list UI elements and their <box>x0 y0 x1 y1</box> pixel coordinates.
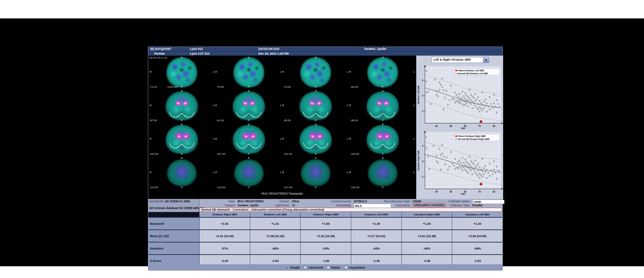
radio-button-icon <box>285 266 288 269</box>
info-field-value: OSEM <box>413 200 421 203</box>
viewer-content: APR-71.00DFOV 51.0 cm4.00 mmAPL R-75.00A… <box>148 56 502 199</box>
slice-position-label: -123.00 <box>216 186 225 189</box>
svg-text:70: 70 <box>478 125 481 127</box>
table-row-label: Measured <box>148 218 199 229</box>
orientation-anterior-label: A <box>248 156 250 159</box>
svg-text:4: 4 <box>422 79 423 81</box>
orientation-left-label: L <box>414 104 415 107</box>
brain-image <box>368 159 397 186</box>
orientation-left-right-label: L R <box>347 171 351 174</box>
table-header-cell: Striatum Left SBR <box>250 212 301 217</box>
table-cell: +2.61 (±0.48) <box>401 230 452 242</box>
sbr-results-table: Striatum Right SBRStriatum Left SBRPutam… <box>148 212 502 264</box>
camera-name: Tandem_Apollo <box>364 47 386 51</box>
radio-ratios[interactable]: Ratios <box>327 266 340 269</box>
orientation-left-right-label: L R <box>280 70 284 73</box>
reference-roi-outline <box>302 142 329 151</box>
black-background: (5) DaTQUANT Lyon 012 DaTSCAN I123 Tande… <box>0 18 644 266</box>
slice-position-label: -115.00 <box>350 152 359 155</box>
table-cell: -45% <box>250 242 301 254</box>
svg-text:Normal DB Striatum Right SBR: Normal DB Striatum Right SBR <box>458 138 489 141</box>
radio-advanced[interactable]: Advanced <box>304 266 323 269</box>
orientation-anterior-label: A <box>382 156 383 159</box>
normal-db-line: Normal DB: GE OSEM AC NDB <box>149 200 190 203</box>
svg-text:40: 40 <box>435 191 438 193</box>
orientation-anterior-label: A <box>315 156 317 159</box>
orientation-left-label: L <box>414 70 415 73</box>
info-field-value: Other <box>292 200 300 203</box>
slice-position-label: -71.00 <box>149 85 157 88</box>
sbr-chart-striatum-right: 2344050607080AgeStriatum Right SBRPatien… <box>416 130 503 195</box>
orientation-posterior-label: P <box>382 85 383 88</box>
app-title: (5) DaTQUANT <box>150 47 171 51</box>
patient-name: Lyon 012 <box>190 47 203 51</box>
brain-cell: APL R-123.00 <box>215 156 282 190</box>
orientation-anterior-label: A <box>315 123 317 126</box>
info-field-label: Collimator Type: <box>436 204 470 207</box>
orientation-posterior-label: P <box>181 119 182 122</box>
brain-cell: APR-71.00DFOV 51.0 cm4.00 mm <box>148 56 215 89</box>
radio-label: Ratios <box>331 266 340 269</box>
orientation-posterior-label: P <box>382 119 383 122</box>
radio-label: Advanced <box>308 266 323 269</box>
normal-db-cell: Normal DB: GE OSEM AC NDB GE normals dat… <box>148 199 199 212</box>
table-cell: +2.59 (±0.50) <box>452 230 502 242</box>
orientation-posterior-label: P <box>382 152 383 155</box>
table-header-cell: Caudatus Right SBR <box>401 212 452 217</box>
orientation-posterior-label: P <box>181 186 182 189</box>
sbr-metric-dropdown[interactable]: Left & Right Striatum SBR <box>431 57 489 63</box>
orientation-left-right-label: L R <box>347 104 351 107</box>
table-row: Deviation-37%-45%-33%-43%-45%-49% <box>148 242 502 254</box>
slice-position-label: -107.00 <box>216 152 225 155</box>
dropdown-arrow-button[interactable] <box>483 57 489 63</box>
reference-roi-outline <box>168 142 195 151</box>
brain-cell: APL R-75.00 <box>215 56 282 89</box>
dropdown-value: Left & Right Striatum SBR <box>433 58 471 61</box>
orientation-left-right-label: L R <box>280 171 284 174</box>
radio-asymmetry[interactable]: Asymmetry <box>344 266 365 269</box>
orientation-posterior-label: P <box>181 85 182 88</box>
orientation-left-right-label: L R <box>213 70 217 73</box>
orientation-anterior-label: A <box>181 89 182 92</box>
slice-position-label: -91.00 <box>216 119 224 122</box>
orientation-left-right-label: L R <box>213 104 217 107</box>
title-bar-row2: Review Lyon CZT 012 Dec 29, 2014 1:26 PM <box>148 51 502 56</box>
orientation-left-label: L <box>414 171 415 174</box>
orientation-right-label: R <box>150 171 152 174</box>
table-row-label: Mean (±1 SD) <box>148 230 199 242</box>
orientation-posterior-label: P <box>248 85 250 88</box>
view-mode-bar: SimpleAdvancedRatiosAsymmetry <box>148 264 502 271</box>
svg-text:Patient Striatum Left SBR: Patient Striatum Left SBR <box>458 69 484 72</box>
svg-text:40: 40 <box>435 125 438 127</box>
svg-text:80: 80 <box>493 191 495 193</box>
slice-position-label: -131.00 <box>350 186 359 189</box>
table-cell: -49% <box>452 242 502 254</box>
brain-cell: APL R-95.00 <box>282 89 350 123</box>
table-cell: +1.30 <box>351 218 401 229</box>
orientation-anterior-label: A <box>248 56 250 59</box>
orientation-anterior-label: A <box>315 89 317 92</box>
table-cell: +1.51 <box>199 218 250 229</box>
info-field-label: Reconstruction Type: <box>370 200 411 203</box>
table-cell: +1.43 <box>401 218 452 229</box>
orientation-posterior-label: P <box>315 85 317 88</box>
review-mode-label: Review <box>154 52 165 55</box>
orientation-anterior-label: A <box>181 156 182 159</box>
brain-cell: APL RL-115.00 <box>349 123 416 156</box>
svg-text:2: 2 <box>422 176 423 178</box>
orientation-anterior-label: A <box>382 56 383 59</box>
radio-simple[interactable]: Simple <box>285 266 300 269</box>
radio-label: Simple <box>290 266 300 269</box>
pixel-size-label: 4.00 mm <box>167 85 178 88</box>
orientation-right-label: R <box>150 137 152 140</box>
table-cell: -37% <box>199 242 250 254</box>
dfov-label: DFOV 51.0 cm <box>149 56 167 59</box>
orientation-posterior-label: P <box>315 152 317 155</box>
info-field-value: 71 <box>292 204 295 207</box>
svg-text:3: 3 <box>422 160 423 162</box>
orientation-anterior-label: A <box>382 89 383 92</box>
reference-roi-outline <box>369 142 396 151</box>
slice-position-label: -79.00 <box>283 85 291 88</box>
brain-cell: APL R-127.00 <box>282 156 350 190</box>
brain-cell: APL R-79.00 <box>282 56 350 89</box>
